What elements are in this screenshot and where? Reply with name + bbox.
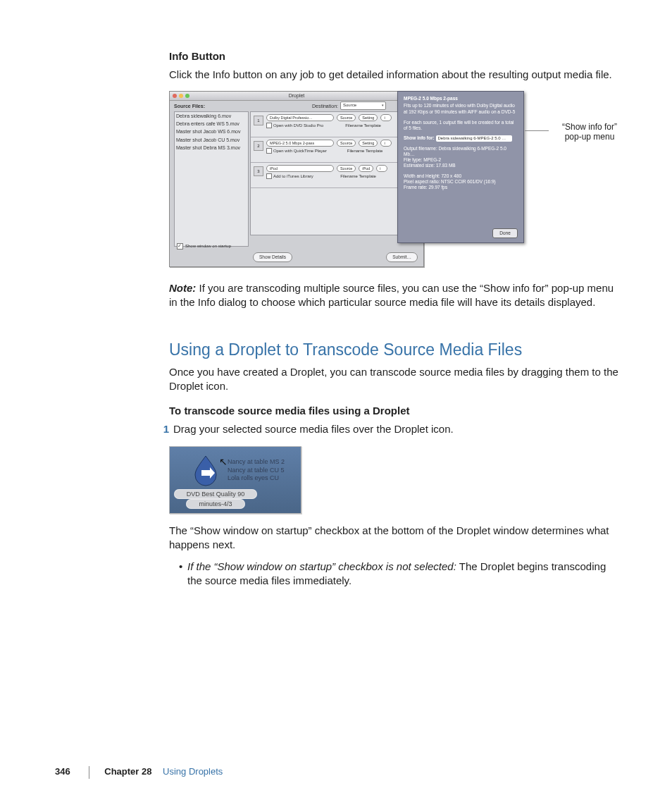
info-button[interactable]: i [380,114,392,121]
droplet-name: DVD Best Quality 90 minutes-4/3 [173,489,259,509]
info-button-heading: Info Button [169,49,620,63]
note-body: If you are transcoding multiple source f… [169,282,614,308]
open-with-checkbox[interactable] [266,123,272,128]
info-panel: MPEG-2 5.0 Mbps 2-pass Fits up to 120 mi… [397,91,524,243]
info-dimensions: Width and Height: 720 x 480 [404,173,518,179]
info-button[interactable]: i [376,165,387,172]
add-itunes-checkbox[interactable] [266,173,272,179]
info-pixel-aspect: Pixel aspect ratio: NTSC CCIR 601/DV (16… [404,179,518,185]
page-number: 346 [55,765,83,778]
show-window-startup-checkbox[interactable]: Show window on startup [177,243,231,250]
filename-template-label: Filename Template [345,123,381,128]
droplet-icon [189,454,222,486]
bullet-lead: If the “Show window on startup” checkbox… [187,560,456,572]
section-heading: Using a Droplet to Transcode Source Medi… [169,339,620,361]
chevron-down-icon: ▾ [382,103,384,108]
info-frame-rate: Frame rate: 29.97 fps [404,185,518,190]
cursor-icon: ↖ [219,455,228,469]
job-index-icon: 1 [254,116,263,125]
page-footer: 346 Chapter 28 Using Droplets [55,765,618,779]
dragged-files: Nancy at table MS 2 Nancy at table CU 5 … [228,458,285,483]
show-info-for-select[interactable]: Debra sidewalking 6-MPEG-2 5.0 … [436,135,512,142]
note-paragraph: Note: If you are transcoding multiple so… [169,281,620,310]
open-with-label: Open with QuickTime Player [273,149,327,153]
post-fig2-para: The “Show window on startup” checkbox at… [169,524,620,553]
destination-label: Destination: [312,103,338,109]
job-row: 1 Dolby Digital Professio… Source Settin… [251,112,420,137]
preset-select[interactable]: Dolby Digital Professio… [266,114,334,121]
list-item[interactable]: Debra enters cafe WS 5.mov [175,120,248,128]
callout-label: “Show info for”pop-up menu [551,122,628,142]
dragged-file: Nancy at table CU 5 [228,467,285,475]
list-item[interactable]: Master shot Jacob WS 6.mov [175,128,248,135]
open-with-label: Open with DVD Studio Pro [273,123,323,128]
titlebar: Droplet [170,92,423,101]
chapter-title: Using Droplets [163,766,223,777]
section-intro: Once you have created a Droplet, you can… [169,365,620,394]
bullet-icon: • [179,560,187,589]
source-files-label: Source Files: [174,103,205,109]
source-files-list[interactable]: Debra sidewalking 6.mov Debra enters caf… [174,111,249,247]
source-pill[interactable]: Source [337,140,356,147]
info-button-para: Click the Info button on any job to get … [169,68,620,82]
list-item[interactable]: Master shot Jacob CU 5.mov [175,136,248,144]
submit-button[interactable]: Submit… [386,252,418,262]
show-info-for-label: Show info for: [404,135,435,140]
open-with-checkbox[interactable] [266,148,272,154]
destination-select[interactable]: Source ▾ [340,101,386,110]
preset-select[interactable]: MPEG-2 5.0 Mbps 2-pass [266,140,334,147]
list-item[interactable]: Debra sidewalking 6.mov [175,112,248,120]
job-row: 3 iPod Source iPod i Add to iTunes Libra… [251,163,420,188]
step-number: 1 [155,422,173,436]
setting-pill[interactable]: Setting [359,114,378,121]
add-itunes-label: Add to iTunes Library [273,174,313,178]
job-index-icon: 2 [254,141,263,151]
info-desc: Fits up to 120 minutes of video with Dol… [404,103,518,116]
show-window-startup-label: Show window on startup [185,244,231,248]
show-details-button[interactable]: Show Details [253,252,292,262]
jobs-panel: 1 Dolby Digital Professio… Source Settin… [250,111,421,235]
figure-drag-to-droplet: ↖ Nancy at table MS 2 Nancy at table CU … [169,446,301,514]
note-label: Note: [169,282,196,294]
info-output-filename: Output filename: Debra sidewalking 6-MPE… [404,146,518,157]
source-pill[interactable]: Source [337,114,356,121]
done-button[interactable]: Done [492,228,518,238]
procedure-title: To transcode source media files using a … [169,404,620,418]
info-est-size: Estimated size: 17.83 MB [404,163,518,168]
preset-select[interactable]: iPod [266,165,334,172]
filename-template-label: Filename Template [340,173,376,179]
footer-separator [89,766,89,779]
dragged-file: Lola rolls eyes CU [228,474,285,483]
chapter-label: Chapter 28 [104,766,151,777]
droplet-window: Droplet Source Files: Destination: Sourc… [169,91,424,267]
source-pill[interactable]: Source [337,165,356,172]
info-button[interactable]: i [380,140,392,147]
destination-value: Source [343,103,356,107]
list-item[interactable]: Master shot Debra MS 3.mov [175,144,248,152]
job-index-icon: 3 [254,166,263,176]
setting-pill[interactable]: Setting [359,140,378,147]
figure-droplet-info: Droplet Source Files: Destination: Sourc… [169,91,620,274]
setting-pill[interactable]: iPod [359,165,373,172]
dragged-file: Nancy at table MS 2 [228,458,285,467]
step-text: Drag your selected source media files ov… [173,422,454,436]
callout-line [525,130,549,131]
info-title: MPEG-2 5.0 Mbps 2-pass [404,96,518,102]
job-row: 2 MPEG-2 5.0 Mbps 2-pass Source Setting … [251,137,420,163]
checkbox-icon [177,243,183,250]
filename-template-label: Filename Template [347,148,383,154]
info-summary: For each source, 1 output file will be c… [404,120,518,131]
bullet-text: If the “Show window on startup” checkbox… [187,560,620,589]
window-title: Droplet [170,92,423,99]
info-file-type: File type: MPEG-2 [404,157,518,163]
